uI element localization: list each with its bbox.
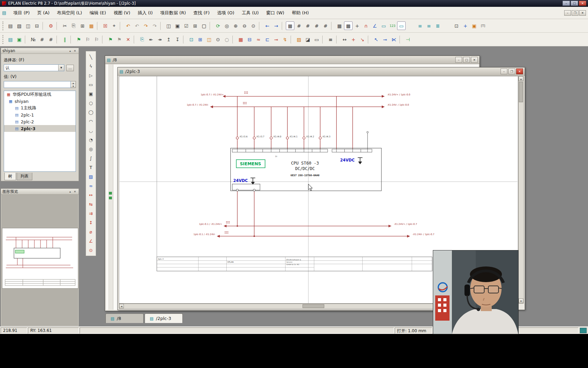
sheet-tab-8[interactable]: ▤ /8 [105, 313, 144, 323]
vertical-scroll-thumb[interactable] [519, 82, 523, 102]
undo-list-icon[interactable]: ↶ [133, 21, 141, 30]
toolbar-grip[interactable] [2, 35, 4, 44]
align-stack-icon[interactable]: ≡ [326, 35, 335, 44]
hyperlink-icon[interactable]: ∞ [87, 182, 95, 190]
window-check-icon[interactable]: ☑ [182, 21, 191, 30]
cursor-nw-icon[interactable]: ↖ [372, 35, 380, 44]
panel-toggle-icon[interactable]: ▭ [397, 21, 406, 30]
paste-icon[interactable]: ⊞ [78, 21, 87, 30]
delete-icon[interactable]: ☒ [101, 21, 110, 30]
child-close-button[interactable]: ✕ [579, 10, 586, 16]
scroll-up-icon[interactable]: ▲ [519, 76, 523, 81]
window-titlebar[interactable]: ▤ /2plc-3 – ❐ ✕ [118, 67, 525, 76]
ellipse-icon[interactable]: ◯ [87, 108, 95, 116]
workspace-icon[interactable]: ▢ [200, 21, 208, 30]
dim-baseline-icon[interactable]: ⇉ [87, 209, 95, 217]
connection-icon[interactable]: ⊸ [272, 35, 280, 44]
horizontal-scroll-thumb[interactable] [303, 304, 324, 308]
arc-center-icon[interactable]: ◡ [87, 126, 95, 135]
combobox-dropdown-icon[interactable]: ▼ [58, 65, 64, 71]
dim-point-icon[interactable]: ⊙ [87, 246, 95, 254]
maximize-button[interactable]: □ [571, 1, 578, 6]
circle-fill-icon[interactable]: ◎ [87, 145, 95, 153]
grid-e-icon[interactable]: # [321, 21, 330, 30]
menu-tools[interactable]: 工具 (U) [238, 9, 263, 17]
minimize-button[interactable]: – [562, 1, 570, 6]
menu-view[interactable]: 视图 (V) [110, 9, 134, 17]
flag-3-icon[interactable]: ⚐ [92, 35, 101, 44]
format-brush-icon[interactable]: ▦ [87, 21, 96, 30]
flag-next-icon[interactable]: ⚑ [115, 35, 124, 44]
print-preview-icon[interactable]: ◫ [24, 21, 32, 30]
menu-project-data[interactable]: 项目数据 (R) [157, 9, 190, 17]
rectangle-center-icon[interactable]: ▣ [87, 90, 95, 98]
angle-snap-icon[interactable]: ∠ [371, 21, 379, 30]
page-nav-icon[interactable]: ▤ [6, 35, 15, 44]
grid-b-icon[interactable]: # [295, 21, 303, 30]
child-minimize-button[interactable]: – [564, 10, 571, 16]
menu-project[interactable]: 项目 (P) [10, 9, 33, 17]
tab-tree[interactable]: 树 [4, 173, 16, 180]
polyline-icon[interactable]: ϟ [87, 62, 95, 70]
title-bar[interactable]: EPLAN Electric P8 2.7 - D:\soft\eplan\项目… [0, 0, 588, 7]
panel-collapse-button[interactable]: ▴ [68, 49, 72, 53]
new-icon[interactable]: ▤ [6, 21, 15, 30]
window-grid-icon[interactable]: ⊞ [191, 21, 199, 30]
tree-item-2plc-1[interactable]: ▤ 2plc-1 [4, 111, 76, 118]
rectangle-icon[interactable]: ▭ [87, 80, 95, 89]
window-maximize-button[interactable]: □ [463, 57, 470, 63]
value-input[interactable] [4, 81, 71, 88]
circle-icon[interactable]: ○ [87, 99, 95, 107]
cancel-icon[interactable]: ✕ [124, 35, 132, 44]
window-macro-icon[interactable]: ◫ [205, 35, 213, 44]
spinner-down-icon[interactable]: ▼ [71, 85, 76, 88]
toolbar-grip[interactable] [2, 21, 4, 30]
dimension-h-icon[interactable]: ↔ [340, 35, 349, 44]
child-restore-button[interactable]: ❐ [572, 10, 578, 16]
window-cascade-icon[interactable]: ▣ [173, 21, 182, 30]
cut-icon[interactable]: ✂ [61, 21, 69, 30]
image-icon[interactable]: ▨ [87, 172, 95, 181]
menu-page[interactable]: 页 (A) [33, 9, 53, 17]
dim-angle-icon[interactable]: ∠ [87, 237, 95, 245]
snap-k-icon[interactable]: ⋉ [390, 35, 398, 44]
selector-combobox[interactable]: 认 ▼ [4, 64, 64, 71]
terminal-strip-icon[interactable]: ▦ [236, 35, 245, 44]
move-cross-icon[interactable]: + [349, 35, 358, 44]
page-up-icon[interactable]: ↥ [164, 35, 173, 44]
flag-2-icon[interactable]: ⚐ [83, 35, 92, 44]
panel-close-button[interactable]: ✕ [72, 49, 77, 53]
back-icon[interactable]: ← [263, 21, 272, 30]
numbering-3-icon[interactable]: # [47, 35, 55, 44]
sheet-tab-2plc-3[interactable]: ▤ /2plc-3 [145, 313, 183, 323]
redo-list-icon[interactable]: ↷ [150, 21, 159, 30]
panel-close-button[interactable]: ✕ [72, 189, 77, 194]
end-tool-icon[interactable]: ⊣ [404, 35, 412, 44]
line-icon[interactable]: ╲ [87, 53, 95, 61]
cable-icon[interactable]: ≈ [254, 35, 263, 44]
macro-icon[interactable]: ⊞ [196, 35, 205, 44]
scroll-left-icon[interactable]: ◀ [119, 304, 124, 308]
grid-d-icon[interactable]: # [312, 21, 321, 30]
arc-icon[interactable]: ◠ [87, 117, 95, 125]
undo-icon[interactable]: ↶ [124, 21, 132, 30]
tree-item-1zhuxianlu[interactable]: ▤ 1主线路 [4, 105, 76, 111]
list-view-2-icon[interactable]: ≡ [425, 21, 433, 30]
numbering-2-icon[interactable]: # [38, 35, 46, 44]
potential-icon[interactable]: ↯ [281, 35, 289, 44]
position-icon[interactable]: + [461, 21, 470, 30]
corner-hatch-icon[interactable]: ◪ [304, 35, 312, 44]
panel-header[interactable]: shiyan ▴ ✕ [1, 48, 79, 54]
align-icon[interactable]: ∥ [61, 35, 69, 44]
dim-vertical-icon[interactable]: ↕ [87, 218, 95, 227]
page-next-icon[interactable]: ↠ [156, 35, 164, 44]
vertical-scrollbar[interactable]: ▲ ▼ [518, 76, 524, 304]
dashed-rect-icon[interactable]: ▭ [312, 35, 321, 44]
window-titlebar[interactable]: ▤ /8 – □ ✕ [105, 56, 479, 64]
window-close-button[interactable]: ✕ [516, 68, 523, 74]
menu-insert[interactable]: 插入 (I) [134, 9, 157, 17]
menu-window[interactable]: 窗口 (W) [262, 9, 288, 17]
browse-button[interactable]: … [66, 65, 74, 71]
tree-item-project[interactable]: ▦ 华烁PDU环形输送线 [4, 91, 76, 98]
new-window-icon[interactable]: ⊡ [452, 21, 461, 30]
